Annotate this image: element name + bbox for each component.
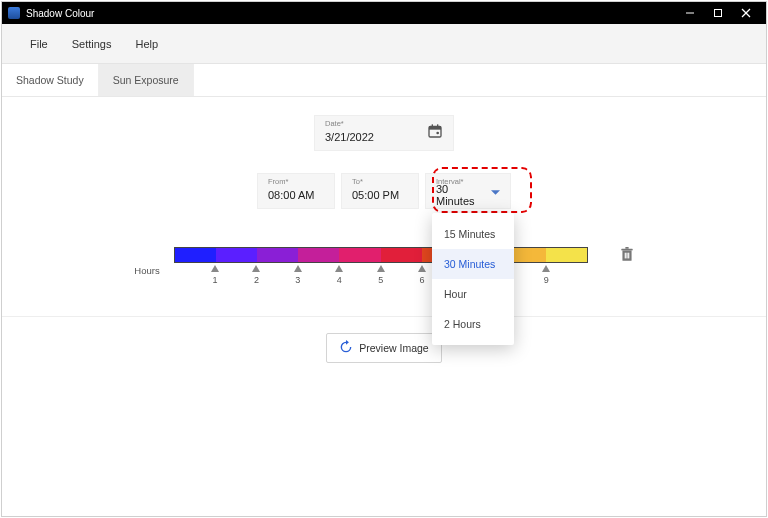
preview-image-button[interactable]: Preview Image xyxy=(326,333,441,363)
maximize-button[interactable] xyxy=(704,2,732,24)
tick-marker[interactable]: 9 xyxy=(542,263,550,285)
refresh-icon xyxy=(339,340,353,356)
tick-number: 1 xyxy=(213,275,218,285)
gradient-segment xyxy=(546,248,587,262)
titlebar: Shadow Colour xyxy=(2,2,766,24)
tab-shadow-study[interactable]: Shadow Study xyxy=(2,64,99,96)
menu-file[interactable]: File xyxy=(30,38,48,50)
tab-bar: Shadow Study Sun Exposure xyxy=(2,64,766,97)
divider xyxy=(2,316,766,317)
tick-marker[interactable]: 2 xyxy=(252,263,260,285)
tick-triangle-icon xyxy=(542,265,550,272)
calendar-icon[interactable] xyxy=(427,123,443,143)
menu-help[interactable]: Help xyxy=(135,38,158,50)
minimize-button[interactable] xyxy=(676,2,704,24)
date-label: Date* xyxy=(325,119,344,128)
to-value: 05:00 PM xyxy=(352,189,399,201)
tick-number: 6 xyxy=(420,275,425,285)
svg-rect-12 xyxy=(624,253,625,259)
svg-rect-13 xyxy=(626,253,627,259)
window-title: Shadow Colour xyxy=(26,8,94,19)
tick-triangle-icon xyxy=(252,265,260,272)
menubar: File Settings Help xyxy=(2,24,766,64)
gradient-segment xyxy=(381,248,422,262)
close-button[interactable] xyxy=(732,2,760,24)
hours-label: Hours xyxy=(134,265,159,276)
color-gradient-bar xyxy=(174,247,588,263)
gradient-wrap: 123456789 xyxy=(174,247,588,263)
tick-triangle-icon xyxy=(294,265,302,272)
tick-number: 4 xyxy=(337,275,342,285)
svg-rect-14 xyxy=(628,253,629,259)
tick-row: 123456789 xyxy=(174,263,588,293)
tick-marker[interactable]: 5 xyxy=(377,263,385,285)
gradient-segment xyxy=(298,248,339,262)
menu-settings[interactable]: Settings xyxy=(72,38,112,50)
svg-rect-5 xyxy=(429,126,441,129)
gradient-segment xyxy=(175,248,216,262)
svg-rect-10 xyxy=(621,249,632,251)
date-field[interactable]: Date* 3/21/2022 xyxy=(314,115,454,151)
delete-icon[interactable] xyxy=(620,247,634,267)
gradient-segment xyxy=(216,248,257,262)
tick-number: 9 xyxy=(544,275,549,285)
tick-number: 3 xyxy=(295,275,300,285)
interval-value: 30 Minutes xyxy=(436,183,485,207)
tick-number: 5 xyxy=(378,275,383,285)
date-value: 3/21/2022 xyxy=(325,131,374,143)
interval-field[interactable]: Interval* 30 Minutes xyxy=(425,173,511,209)
tick-triangle-icon xyxy=(211,265,219,272)
app-icon xyxy=(8,7,20,19)
svg-rect-6 xyxy=(432,124,433,127)
tick-marker[interactable]: 3 xyxy=(294,263,302,285)
preview-label: Preview Image xyxy=(359,342,428,354)
tick-marker[interactable]: 6 xyxy=(418,263,426,285)
tick-marker[interactable]: 4 xyxy=(335,263,343,285)
tick-triangle-icon xyxy=(335,265,343,272)
interval-option-2hours[interactable]: 2 Hours xyxy=(432,309,514,339)
interval-option-hour[interactable]: Hour xyxy=(432,279,514,309)
svg-point-8 xyxy=(436,132,439,135)
svg-rect-1 xyxy=(715,10,722,17)
interval-dropdown: 15 Minutes 30 Minutes Hour 2 Hours xyxy=(432,213,514,345)
to-label: To* xyxy=(352,177,363,186)
dropdown-caret-icon xyxy=(491,182,500,200)
tick-triangle-icon xyxy=(418,265,426,272)
tick-marker[interactable]: 1 xyxy=(211,263,219,285)
from-time-field[interactable]: From* 08:00 AM xyxy=(257,173,335,209)
interval-label: Interval* xyxy=(436,177,464,186)
gradient-segment xyxy=(339,248,380,262)
from-label: From* xyxy=(268,177,288,186)
tab-sun-exposure[interactable]: Sun Exposure xyxy=(99,64,194,96)
to-time-field[interactable]: To* 05:00 PM xyxy=(341,173,419,209)
from-value: 08:00 AM xyxy=(268,189,314,201)
gradient-segment xyxy=(257,248,298,262)
interval-option-15[interactable]: 15 Minutes xyxy=(432,219,514,249)
svg-rect-7 xyxy=(437,124,438,127)
tick-number: 2 xyxy=(254,275,259,285)
tick-triangle-icon xyxy=(377,265,385,272)
interval-option-30[interactable]: 30 Minutes xyxy=(432,249,514,279)
svg-rect-11 xyxy=(625,247,628,249)
